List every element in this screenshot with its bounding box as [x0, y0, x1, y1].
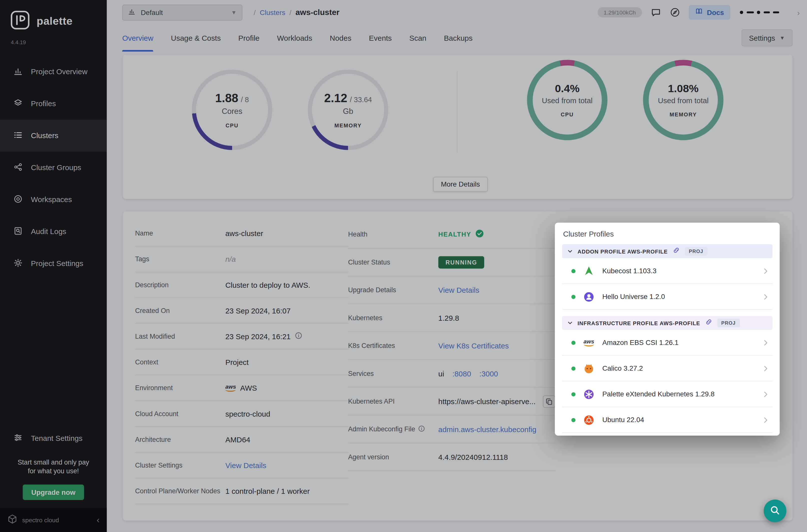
link-icon[interactable]	[672, 247, 680, 256]
tab-events[interactable]: Events	[369, 25, 392, 52]
tab-usage-costs[interactable]: Usage & Costs	[171, 25, 221, 52]
service-name: ui	[438, 369, 444, 378]
breadcrumb-clusters-link[interactable]: Clusters	[260, 8, 285, 16]
detail-row-upgrade-details: Upgrade Details View Details	[348, 276, 556, 304]
app-version: 4.4.19	[11, 39, 26, 45]
memory-donut: 1.08% Used from total MEMORY	[643, 60, 724, 140]
service-port-3000-link[interactable]: :3000	[480, 369, 498, 378]
header-status-dots	[739, 10, 789, 15]
detail-label: Cluster Status	[348, 258, 438, 266]
project-selector[interactable]: Default ▼	[122, 4, 242, 20]
sidebar-item-tenant-settings[interactable]: Tenant Settings	[0, 424, 107, 453]
search-fab-button[interactable]	[764, 499, 787, 522]
detail-row-tags: Tags n/a	[135, 247, 349, 272]
detail-label: Control Plane/Worker Nodes	[135, 487, 225, 495]
sidebar-item-clusters[interactable]: Clusters	[0, 120, 107, 152]
agent-version-value: 4.4.9/20240912.1118	[438, 453, 508, 461]
tab-overview[interactable]: Overview	[122, 25, 153, 52]
profile-item-kubecost[interactable]: Kubecost 1.103.3	[562, 258, 772, 284]
metrics-divider	[457, 71, 457, 153]
status-dot	[571, 418, 576, 422]
chevron-right-icon	[762, 416, 769, 424]
sidebar-item-workspaces[interactable]: Workspaces	[0, 184, 107, 215]
usage-pill: 1.29/100kCh	[597, 7, 642, 18]
aws-icon: aws	[583, 337, 595, 349]
sidebar-item-label: Project Overview	[31, 68, 88, 76]
tab-backups[interactable]: Backups	[444, 25, 473, 52]
tab-profile[interactable]: Profile	[238, 25, 260, 52]
tab-scan[interactable]: Scan	[409, 25, 426, 52]
detail-value: aws-cluster	[225, 229, 263, 237]
tab-workloads[interactable]: Workloads	[277, 25, 312, 52]
chevron-down-icon: ▼	[780, 35, 785, 41]
status-dot	[571, 269, 576, 273]
profile-item-name: Calico 3.27.2	[602, 364, 643, 372]
detail-label: Tags	[135, 255, 225, 263]
check-circle-icon	[475, 229, 484, 239]
sidebar-item-audit-logs[interactable]: Audit Logs	[0, 215, 107, 248]
service-port-8080-link[interactable]: :8080	[452, 369, 471, 378]
breadcrumb-slash: /	[254, 8, 256, 16]
detail-label: Admin Kubeconfig File	[348, 425, 438, 433]
app-logo-text: palette	[37, 15, 73, 27]
profile-item-amazon-ebs-csi[interactable]: aws Amazon EBS CSI 1.26.1	[562, 330, 772, 356]
detail-label: Architecture	[135, 436, 225, 443]
cluster-settings-view-details-link[interactable]: View Details	[225, 461, 266, 469]
detail-row-name: Name aws-cluster	[135, 221, 349, 246]
admin-kubeconfig-link[interactable]: admin.aws-cluster.kubeconfig	[438, 425, 537, 433]
profile-item-hello-universe[interactable]: Hello Universe 1.2.0	[562, 284, 772, 310]
docs-button-label: Docs	[707, 8, 724, 16]
addon-profile-section-header[interactable]: ADDON PROFILE AWS-PROFILE PROJ	[562, 244, 772, 258]
compass-icon[interactable]	[670, 7, 680, 18]
detail-value: AMD64	[225, 435, 250, 443]
profile-item-calico[interactable]: Calico 3.27.2	[562, 356, 772, 381]
link-icon[interactable]	[705, 318, 713, 328]
view-k8s-certificates-link[interactable]: View K8s Certificates	[438, 341, 509, 350]
sidebar-nav: Project Overview Profiles Clusters Clust…	[0, 56, 107, 280]
cluster-groups-icon	[14, 162, 23, 173]
profile-item-ubuntu[interactable]: Ubuntu 22.04	[562, 407, 772, 433]
sidebar-item-label: Clusters	[31, 131, 58, 140]
tab-nodes[interactable]: Nodes	[330, 25, 352, 52]
chat-icon[interactable]	[651, 7, 661, 18]
docs-button[interactable]: Docs	[689, 5, 730, 20]
sidebar-item-project-settings[interactable]: Project Settings	[0, 248, 107, 280]
copy-icon[interactable]	[543, 395, 555, 407]
topbar-right: 1.29/100kCh Docs ›	[597, 5, 800, 20]
sidebar-item-project-overview[interactable]: Project Overview	[0, 56, 107, 88]
profile-item-name: Amazon EBS CSI 1.26.1	[602, 339, 679, 346]
infrastructure-profile-section-header[interactable]: INFRASTRUCTURE PROFILE AWS-PROFILE PROJ	[562, 316, 772, 330]
cpu-capacity-value: / 8	[241, 95, 249, 104]
detail-label: Description	[135, 281, 225, 289]
info-icon[interactable]	[418, 425, 425, 433]
proj-badge: PROJ	[685, 247, 708, 256]
detail-label: Environment	[135, 384, 225, 392]
sidebar-collapse-chevron-icon[interactable]: ‹	[97, 515, 100, 525]
upgrade-promo-text: Start small and only pay for what you us…	[0, 458, 107, 475]
ubuntu-icon	[583, 414, 595, 426]
health-status: HEALTHY	[438, 229, 484, 239]
detail-value: View Details	[225, 461, 266, 469]
status-dot	[571, 295, 576, 299]
sidebar-item-label: Audit Logs	[31, 227, 66, 235]
memory-used-value: 2.12	[324, 91, 347, 105]
cpu-caption: CPU	[226, 122, 239, 128]
details-right-column: Health HEALTHY Cluster Status RUNNING Up…	[348, 221, 556, 471]
detail-label: K8s Certificates	[348, 342, 438, 349]
profile-item-name: Kubecost 1.103.3	[602, 267, 657, 275]
more-details-button[interactable]: More Details	[433, 177, 488, 192]
workspaces-icon	[14, 194, 23, 205]
sidebar-item-profiles[interactable]: Profiles	[0, 88, 107, 120]
status-dot	[571, 366, 576, 370]
info-icon[interactable]	[295, 332, 302, 341]
settings-button[interactable]: Settings ▼	[741, 30, 792, 46]
upgrade-view-details-link[interactable]: View Details	[438, 286, 479, 294]
upgrade-now-button[interactable]: Upgrade now	[23, 484, 84, 500]
brand-footer-text: spectro cloud	[22, 516, 59, 524]
detail-label: Services	[348, 370, 438, 377]
sidebar-item-label: Profiles	[31, 99, 56, 108]
cpu-gauge: 1.88/ 8 Cores CPU	[192, 70, 272, 150]
profile-item-name: Palette eXtended Kubernetes 1.29.8	[602, 390, 715, 398]
profile-item-palette-extended-kubernetes[interactable]: Palette eXtended Kubernetes 1.29.8	[562, 381, 772, 407]
sidebar-item-cluster-groups[interactable]: Cluster Groups	[0, 152, 107, 184]
